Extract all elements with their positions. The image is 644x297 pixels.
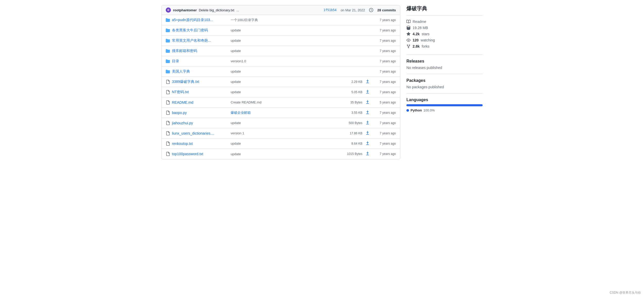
avatar: R [166,7,171,13]
table-row: 常用英文用户名和奇葩...update7 years ago [162,36,400,46]
table-row: a5+pudn源代码目录103...一个100J目录字典7 years ago [162,15,400,25]
language-pct: 100.0% [423,108,435,112]
commit-bar: R rootphantomer Delete big_dictionary.tx… [161,5,400,15]
watching-count: 120 [413,38,419,42]
file-icon [166,80,170,84]
file-date: 7 years ago [373,29,396,32]
file-size: 3.55 KB [344,111,362,115]
file-size: 5.05 KB [344,90,362,94]
file-icon [166,100,170,104]
readme-label: Readme [413,20,426,24]
upload-icon [364,79,371,84]
table-row: 目录version1.07 years ago [162,56,400,66]
stars-count: 4.2k [413,32,420,36]
commits-count: 28 [377,8,381,12]
upload-icon [364,100,371,105]
file-icon [166,90,170,94]
file-date: 7 years ago [373,90,396,94]
commits-link[interactable]: 28 commits [377,8,396,12]
table-row: jiahouzhui.pyupdate500 Bytes7 years ago [162,118,400,128]
file-size: 500 Bytes [344,121,362,125]
file-name[interactable]: 美国人字典 [172,69,229,74]
packages-heading: Packages [406,78,483,83]
file-size: 8.64 KB [344,142,362,145]
file-name[interactable]: 目录 [172,59,229,64]
file-size: 1015 Bytes [344,152,362,156]
main-content: R rootphantomer Delete big_dictionary.tx… [161,5,400,159]
file-icon [166,152,170,156]
file-name[interactable]: 常用英文用户名和奇葩... [172,38,229,43]
file-name[interactable]: README.md [172,100,229,104]
sidebar: 爆破字典 Readme 19.28 MB [406,5,483,159]
file-icon [166,111,170,115]
folder-icon [166,39,170,43]
file-date: 7 years ago [373,70,396,73]
size-value: 19.28 MB [413,26,428,30]
file-size: 2.29 KB [344,80,362,84]
file-name[interactable]: 3389爆破字典.txt [172,80,229,84]
table-row: baopo.py爆破企业邮箱3.55 KB7 years ago [162,108,400,118]
file-message: update [231,152,342,156]
file-icon [166,121,170,125]
file-message: version 1 [231,131,342,135]
folder-icon [166,28,170,32]
fork-icon [406,44,411,48]
upload-icon [364,141,371,146]
file-name[interactable]: renkoutop.txt [172,142,229,146]
file-name[interactable]: jiahouzhui.py [172,121,229,125]
size-stat: 19.28 MB [406,26,483,30]
file-date: 7 years ago [373,80,396,84]
file-message: update [231,39,342,42]
packages-empty: No packages published [406,85,483,89]
file-message: update [231,142,342,145]
file-message: update [231,80,342,84]
commit-sha[interactable]: 1f51b54 [324,8,337,12]
releases-section: Releases No releases published [406,55,483,74]
file-date: 7 years ago [373,111,396,115]
forks-count: 2.8k [413,44,420,48]
file-message: Create README.md [231,100,342,104]
upload-icon [364,110,371,115]
file-name[interactable]: a5+pudn源代码目录103... [172,18,229,22]
readme-stat[interactable]: Readme [406,20,483,24]
file-date: 7 years ago [373,152,396,156]
file-name[interactable]: top100password.txt [172,152,229,156]
upload-icon [364,131,371,136]
watching-stat[interactable]: 120 watching [406,38,483,42]
file-size: 35 Bytes [344,101,362,104]
commit-date: on Mar 21, 2022 [341,8,365,12]
file-name[interactable]: 撞库邮箱和密码 [172,49,229,53]
file-date: 7 years ago [373,132,396,135]
eye-icon [406,38,411,42]
table-row: NT密码.txtupdate5.05 KB7 years ago [162,87,400,97]
commits-label: commits [382,8,396,12]
file-date: 7 years ago [373,49,396,53]
commit-bar-right: 1f51b54 on Mar 21, 2022 28 commits [324,8,396,12]
upload-icon [364,90,371,95]
stars-label: stars [422,32,429,36]
table-row: 撞库邮箱和密码update7 years ago [162,46,400,56]
database-icon [406,26,411,30]
commit-author[interactable]: rootphantomer [173,8,197,12]
language-dot [406,109,409,112]
file-name[interactable]: NT密码.txt [172,90,229,94]
forks-label: forks [422,44,429,48]
forks-stat[interactable]: 2.8k forks [406,44,483,48]
table-row: README.mdCreate README.md35 Bytes5 years… [162,97,400,108]
file-name[interactable]: baopo.py [172,111,229,115]
file-size: 17.86 KB [344,132,362,135]
language-item: Python 100.0% [406,108,483,112]
clock-icon [369,8,373,12]
file-name[interactable]: 各类黑客大牛后门密码 [172,28,229,33]
file-message: version1.0 [231,59,342,63]
commit-bar-left: R rootphantomer Delete big_dictionary.tx… [166,7,239,13]
language-bar [406,104,483,106]
watching-label: watching [421,38,435,42]
releases-empty: No releases published [406,66,483,70]
folder-icon [166,59,170,63]
languages-section: Languages Python 100.0% [406,93,483,116]
stars-stat[interactable]: 4.2k stars [406,32,483,36]
table-row: 3389爆破字典.txtupdate2.29 KB7 years ago [162,77,400,87]
file-name[interactable]: liunx_users_dictionaries.... [172,131,229,135]
file-date: 5 years ago [373,101,396,104]
